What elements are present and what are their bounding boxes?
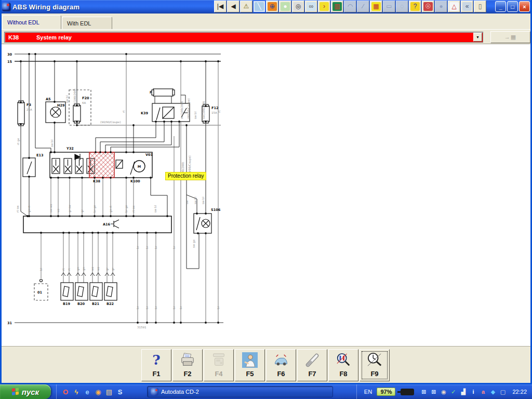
power-plug-icon[interactable] — [401, 389, 414, 395]
svg-text:25A: 25A — [26, 108, 32, 111]
nav-back-button[interactable]: ◀ — [227, 1, 240, 12]
display-icon[interactable]: ▢ — [498, 388, 507, 396]
garage-gate-button[interactable]: ▥ — [331, 1, 343, 12]
svg-text:gr: gr — [81, 209, 84, 212]
battery-service-button[interactable]: ▯ — [474, 1, 486, 12]
svg-text:br gn: br gn — [125, 205, 128, 212]
wiring-diagram[interactable]: 30153131591F325AA5H29F206A(100/200)sw bl… — [4, 45, 528, 347]
fkey-label: F4 — [215, 370, 222, 378]
acrobat-icon[interactable]: a — [478, 388, 487, 396]
spray-gun-icon: ∕ — [358, 2, 368, 11]
signal-icon[interactable]: ▟ — [459, 388, 468, 396]
svg-text:br: br — [154, 306, 157, 309]
svg-text:S106: S106 — [211, 208, 221, 212]
minimize-button[interactable]: _ — [495, 1, 506, 12]
update-shield-icon[interactable]: ✓ — [449, 388, 458, 396]
crash-test-button[interactable]: « — [461, 1, 473, 12]
tray-icons: ⊠⊠◉✓▟ia◆▢ — [419, 388, 507, 396]
network-offline-2-icon[interactable]: ⊠ — [429, 388, 438, 396]
f6-car-button[interactable]: F6 — [266, 349, 296, 381]
restore-button[interactable]: □ — [507, 1, 518, 12]
battery-indicator[interactable]: 97% — [377, 388, 395, 396]
fkey-label: F9 — [370, 370, 378, 378]
f7-thermometer-button[interactable]: F7 — [297, 349, 327, 381]
f5-mechanic-button[interactable]: F5 — [235, 349, 265, 381]
svg-text:A16: A16 — [103, 222, 111, 227]
svg-text:gn rt: gn rt — [109, 205, 113, 212]
svg-text:sw ge: sw ge — [192, 239, 196, 248]
language-indicator[interactable]: EN — [361, 389, 375, 395]
svg-text:B20: B20 — [77, 302, 85, 306]
svg-text:A5: A5 — [46, 97, 51, 101]
titlebar-toolbar: |◀◀⚠╲⊕●◎∞›▥◠∕▦▭◌?☉●△«▯ — [214, 1, 487, 13]
f4-multimeter-button: F4 — [204, 349, 234, 381]
world-globe-button[interactable]: ⊕ — [266, 1, 278, 12]
help-car-button[interactable]: ? — [409, 1, 421, 12]
svg-text:gr sw: gr sw — [68, 205, 72, 212]
f2-print-button[interactable]: F2 — [172, 349, 203, 381]
svg-text:K39: K39 — [141, 111, 149, 115]
window-title: ABS Wiring diagram — [12, 3, 79, 11]
app-icon — [2, 3, 10, 11]
airbag-button[interactable]: ☉ — [422, 1, 434, 12]
svg-text:F: F — [150, 90, 152, 95]
f9-search-time-button[interactable]: F9 — [360, 349, 390, 381]
gears-button[interactable]: ∞ — [305, 1, 317, 12]
folder-icon[interactable]: ▤ — [104, 387, 114, 396]
car-codes-button[interactable]: ▦ — [370, 1, 382, 12]
media-player-icon[interactable]: ◉ — [94, 387, 103, 396]
svg-text:sw ws: sw ws — [49, 204, 52, 212]
print-icon — [180, 352, 195, 368]
lightning-icon[interactable]: ϟ — [72, 387, 81, 396]
tab-label: With EDL — [67, 20, 91, 26]
internet-explorer-icon[interactable]: e — [83, 387, 92, 396]
svg-text:?: ? — [152, 352, 160, 368]
autodata-icon — [151, 388, 158, 396]
svg-text:gn rt: gn rt — [28, 205, 31, 212]
gauge-button: ◠ — [344, 1, 356, 12]
dropdown-arrow-button[interactable]: ▼ — [473, 33, 482, 42]
opera-icon[interactable]: O — [61, 387, 70, 396]
window-buttons: _□× — [494, 1, 530, 12]
airbag-icon: ☉ — [423, 2, 433, 11]
search-flag-icon — [336, 352, 351, 368]
volume-icon[interactable]: ◉ — [439, 388, 448, 396]
svg-text:B21: B21 — [92, 302, 99, 306]
key-data-icon: › — [320, 2, 329, 11]
component-dropdown[interactable]: K38 System relay ▼ — [4, 32, 483, 43]
spray-gun-button: ∕ — [357, 1, 369, 12]
f1-help-button[interactable]: ? F1 — [141, 349, 171, 381]
network-offline-1-icon[interactable]: ⊠ — [419, 388, 428, 396]
car-icon — [273, 352, 289, 368]
crash-test-icon: « — [462, 2, 472, 11]
messenger-icon[interactable]: ◆ — [488, 388, 497, 396]
info-icon[interactable]: i — [469, 388, 477, 396]
svg-text:F3: F3 — [26, 103, 31, 107]
gauge-icon: ◠ — [345, 2, 355, 11]
svg-text:V01: V01 — [145, 153, 153, 157]
mouse-settings-icon: ● — [281, 2, 290, 11]
taskbar-task-autodata[interactable]: Autodata CD-2 — [147, 386, 333, 397]
wheel-button[interactable]: ◎ — [292, 1, 304, 12]
key-data-button[interactable]: › — [318, 1, 330, 12]
taskbar-clock[interactable]: 22:22 — [509, 389, 532, 395]
locator-icon: →▦ — [504, 34, 516, 41]
service-tools-button[interactable]: ╲ — [253, 1, 265, 12]
wheel-icon: ◎ — [294, 2, 303, 11]
windows-flag-icon — [12, 388, 19, 395]
start-button[interactable]: пуск — [0, 384, 51, 399]
abs-warning-button[interactable]: △ — [448, 1, 460, 12]
nav-first-button[interactable]: |◀ — [214, 1, 227, 12]
svg-text:gr: gr — [111, 268, 115, 271]
svg-text:H29: H29 — [57, 103, 65, 108]
hazard-warning-button[interactable]: ⚠ — [240, 1, 252, 12]
tab-without-edl[interactable]: Without EDL — [2, 15, 61, 29]
f8-search-components-button[interactable]: F8 — [328, 349, 358, 381]
speech-bubble-icon: ▭ — [384, 2, 394, 11]
component-tooltip: Protection relay — [165, 172, 206, 180]
mouse-settings-button[interactable]: ● — [279, 1, 291, 12]
tab-with-edl[interactable]: With EDL — [62, 17, 112, 29]
acdsee-icon[interactable]: S — [115, 387, 125, 396]
close-button[interactable]: × — [519, 1, 530, 12]
taskbar: пуск Oϟe◉▤S Autodata CD-2 EN 97% ⊠⊠◉✓▟ia… — [0, 384, 532, 399]
